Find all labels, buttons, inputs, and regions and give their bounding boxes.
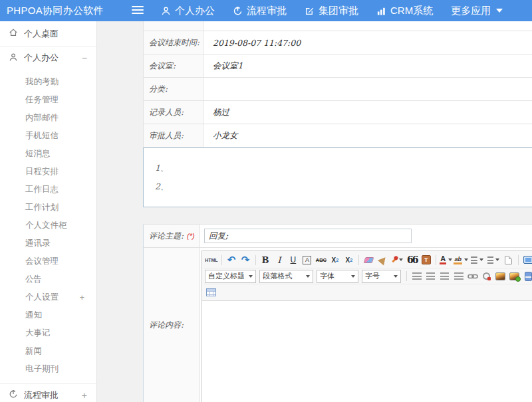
strikethrough-button[interactable]: ABC: [315, 253, 327, 266]
align-left-icon: [412, 272, 422, 280]
sidebar-subitem-label: 内部邮件: [25, 109, 59, 127]
field-value: 会议室1: [213, 60, 243, 72]
align-left-button[interactable]: [410, 270, 423, 283]
sidebar-subitem[interactable]: 个人文件柜: [0, 217, 96, 235]
sidebar-subitem[interactable]: 通知: [0, 306, 96, 324]
html-source-button[interactable]: HTML: [205, 253, 218, 266]
link-button[interactable]: [466, 270, 479, 283]
font-color-icon: A: [440, 255, 446, 264]
caret-down-icon: [495, 258, 499, 261]
superscript-button[interactable]: X2: [329, 253, 341, 266]
sidebar-subitem[interactable]: 会议管理: [0, 252, 96, 270]
insert-image-button[interactable]: [508, 270, 521, 283]
sidebar-item-desktop[interactable]: 个人桌面: [0, 21, 96, 47]
sidebar-subitem[interactable]: 手机短信: [0, 127, 96, 145]
caret-down-icon: [394, 275, 398, 278]
sidebar-item-personal-office[interactable]: 个人办公 −: [0, 47, 96, 69]
italic-button[interactable]: I: [273, 253, 285, 266]
caret-down-icon: [496, 9, 503, 13]
font-color-button[interactable]: A: [440, 253, 452, 266]
sidebar-subitem[interactable]: 短消息: [0, 145, 96, 163]
field-label: 会议结束时间:: [149, 37, 200, 49]
sidebar-item-workflow-approval[interactable]: 流程审批 +: [0, 383, 96, 402]
blockquote-button[interactable]: 66: [406, 253, 418, 266]
unordered-list-button[interactable]: [486, 253, 501, 266]
toolbar-row-3: [204, 284, 532, 300]
sidebar-subitem-label: 通知: [25, 306, 42, 324]
align-center-button[interactable]: [424, 270, 437, 283]
sidebar-subitem[interactable]: 工作计划: [0, 199, 96, 217]
font-size-select[interactable]: 字号: [362, 270, 401, 283]
editor-content-area[interactable]: [202, 301, 532, 402]
nav-more-apps[interactable]: 更多应用: [451, 5, 503, 17]
insert-table-button[interactable]: [205, 286, 217, 299]
insert-image-icon: [509, 272, 519, 280]
highlight-color-button[interactable]: ab: [454, 253, 467, 266]
boxed-a-icon: A: [303, 256, 311, 264]
undo-button[interactable]: ↶: [225, 253, 238, 266]
paste-as-text-button[interactable]: T: [420, 253, 432, 266]
sidebar-subitem[interactable]: 电子期刊: [0, 360, 96, 378]
hamburger-menu-icon[interactable]: [132, 6, 144, 15]
underline-button[interactable]: U: [287, 253, 299, 266]
comment-content-label: 评论内容:: [149, 320, 184, 331]
field-value: 小龙女: [213, 130, 238, 142]
ordered-list-button[interactable]: [469, 253, 485, 266]
subscript-button[interactable]: X2: [342, 253, 355, 266]
new-page-button[interactable]: [502, 253, 515, 266]
sidebar-subitem-label: 个人文件柜: [25, 217, 67, 235]
field-value: 2019-08-07 11:47:00: [213, 38, 301, 48]
bold-button[interactable]: B: [259, 253, 271, 266]
sidebar-subitem[interactable]: 公告: [0, 270, 96, 288]
nav-workflow-approval[interactable]: 流程审批: [233, 5, 287, 17]
sidebar-subitem[interactable]: 大事记: [0, 324, 96, 342]
paragraph-format-select[interactable]: 段落格式: [259, 270, 313, 283]
fullscreen-button[interactable]: [522, 253, 532, 266]
select-label: 字体: [320, 271, 334, 281]
anchor-button[interactable]: [480, 270, 493, 283]
sidebar-subitem-label: 工作日志: [25, 181, 59, 199]
font-family-select[interactable]: 字体: [317, 270, 358, 283]
sidebar-subitem-label: 工作计划: [25, 199, 59, 217]
clear-format-button[interactable]: [376, 253, 389, 266]
sidebar-subitem[interactable]: 个人设置+: [0, 288, 96, 306]
paste-icon: T: [422, 255, 431, 264]
sidebar-subitem[interactable]: 工作日志: [0, 181, 96, 199]
format-eraser-button[interactable]: [362, 253, 375, 266]
collapse-icon[interactable]: −: [82, 52, 87, 63]
sidebar-subitem[interactable]: 日程安排: [0, 163, 96, 181]
sidebar-subitem[interactable]: 通讯录: [0, 235, 96, 252]
toolbar-separator: [518, 255, 519, 265]
nav-group-approval[interactable]: 集团审批: [305, 5, 358, 17]
redo-button[interactable]: ↷: [239, 253, 252, 266]
expand-icon[interactable]: +: [82, 390, 87, 401]
unordered-list-icon: [487, 256, 494, 264]
image-button[interactable]: [494, 270, 507, 283]
user-icon: [161, 6, 171, 16]
required-mark: (*): [187, 232, 195, 240]
sidebar-subitem[interactable]: 任务管理: [0, 91, 96, 109]
align-right-button[interactable]: [438, 270, 451, 283]
home-icon: [9, 28, 18, 39]
sidebar-subitem-label: 我的考勤: [25, 73, 59, 91]
justify-button[interactable]: [452, 270, 465, 283]
custom-title-select[interactable]: 自定义标题: [205, 270, 256, 283]
media-button[interactable]: [522, 270, 532, 283]
sidebar-subitem[interactable]: 新闻: [0, 342, 96, 360]
sidebar-subitem[interactable]: 我的考勤: [0, 73, 96, 91]
sidebar-item-label: 个人桌面: [24, 28, 59, 40]
select-label: 自定义标题: [208, 271, 245, 281]
eraser-icon: [364, 257, 374, 263]
expand-icon[interactable]: +: [79, 288, 84, 306]
table-row-recorder: 记录人员: 杨过: [144, 101, 532, 124]
comment-subject-input[interactable]: [204, 229, 412, 243]
nav-crm-system[interactable]: CRM系统: [376, 5, 433, 17]
broom-icon: [378, 254, 388, 265]
sidebar-item-label: 流程审批: [24, 389, 59, 401]
field-label: 分类:: [149, 84, 168, 95]
autotypeset-button[interactable]: [390, 253, 404, 266]
nav-personal-office[interactable]: 个人办公: [161, 5, 215, 17]
font-border-button[interactable]: A: [301, 253, 313, 266]
sidebar-subitem[interactable]: 内部邮件: [0, 109, 96, 127]
select-label: 段落格式: [263, 271, 292, 281]
